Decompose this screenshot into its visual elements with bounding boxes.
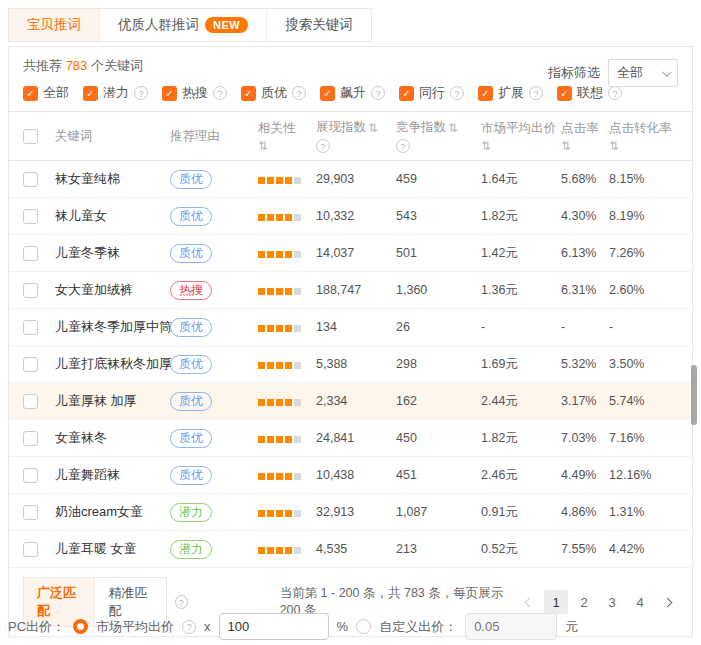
select-all-checkbox[interactable]: [23, 129, 38, 144]
filter-checkbox-item[interactable]: 热搜 ?: [162, 84, 227, 102]
checkbox-checked-icon[interactable]: [320, 86, 335, 101]
checkbox-checked-icon[interactable]: [162, 86, 177, 101]
help-icon[interactable]: ?: [175, 595, 188, 609]
sort-icon[interactable]: ⇅: [258, 140, 268, 152]
chevron-down-icon: [662, 67, 672, 77]
help-icon[interactable]: ?: [292, 86, 306, 100]
impression-cell: 10,438: [316, 468, 396, 482]
relevance-bars: [258, 177, 301, 184]
sort-icon[interactable]: ⇅: [368, 122, 378, 134]
reason-tag: 质优: [170, 207, 212, 226]
checkbox-checked-icon[interactable]: [557, 86, 572, 101]
relevance-bars: [258, 436, 301, 443]
tab-search-keywords[interactable]: 搜索关键词: [266, 9, 371, 41]
row-checkbox[interactable]: [23, 172, 38, 187]
row-checkbox[interactable]: [23, 283, 38, 298]
col-reason: 推荐理由: [170, 128, 220, 145]
avg-bid-cell: 2.46元: [481, 467, 561, 484]
table-row[interactable]: 儿童厚袜 加厚 质优 2,334 162 2.44元 3.17% 5.74%: [9, 383, 692, 420]
row-checkbox[interactable]: [23, 246, 38, 261]
checkbox-checked-icon[interactable]: [478, 86, 493, 101]
row-checkbox[interactable]: [23, 431, 38, 446]
page-button[interactable]: 1: [544, 590, 568, 614]
custom-price-radio[interactable]: [356, 619, 371, 634]
reason-tag: 质优: [170, 392, 212, 411]
table-row[interactable]: 儿童冬季袜 质优 14,037 501 1.42元 6.13% 7.26%: [9, 235, 692, 272]
tab-item-keywords[interactable]: 宝贝推词: [9, 9, 99, 41]
impression-cell: 24,841: [316, 431, 396, 445]
table-row[interactable]: 儿童耳暖 女童 潜力 4,535 213 0.52元 7.55% 4.42%: [9, 531, 692, 568]
prev-page-button[interactable]: [518, 590, 540, 614]
page-button[interactable]: 2: [572, 590, 596, 614]
new-badge: NEW: [205, 17, 248, 33]
metric-filter-select[interactable]: 全部: [608, 59, 678, 87]
tab-label: 优质人群推词: [118, 16, 199, 34]
help-icon[interactable]: ?: [529, 86, 543, 100]
checkbox-checked-icon[interactable]: [83, 86, 98, 101]
sort-icon[interactable]: ⇅: [561, 140, 571, 152]
help-icon[interactable]: ?: [450, 86, 464, 100]
help-icon[interactable]: ?: [371, 86, 385, 100]
checkbox-checked-icon[interactable]: [241, 86, 256, 101]
competition-cell: 451: [396, 468, 481, 482]
cvr-cell: 8.15%: [609, 172, 689, 186]
filter-checkbox-item[interactable]: 同行 ?: [399, 84, 464, 102]
help-icon[interactable]: ?: [134, 86, 148, 100]
competition-cell: 543: [396, 209, 481, 223]
row-checkbox[interactable]: [23, 357, 38, 372]
help-icon[interactable]: ?: [396, 139, 410, 153]
sort-icon[interactable]: ⇅: [448, 122, 458, 134]
row-checkbox[interactable]: [23, 209, 38, 224]
sort-icon[interactable]: ⇅: [609, 140, 619, 152]
row-checkbox[interactable]: [23, 468, 38, 483]
sort-icon[interactable]: ⇅: [481, 140, 491, 152]
table-body: 袜女童纯棉 质优 29,903 459 1.64元 5.68% 8.15% 袜儿…: [9, 161, 692, 568]
table-row[interactable]: 儿童打底袜秋冬加厚 质优 5,388 298 1.69元 5.32% 3.50%: [9, 346, 692, 383]
avg-bid-cell: 1.82元: [481, 208, 561, 225]
table-row[interactable]: 女童袜冬 质优 24,841 450 1.82元 7.03% 7.16%: [9, 420, 692, 457]
filter-checkbox-item[interactable]: 潜力 ?: [83, 84, 148, 102]
reason-tag: 质优: [170, 429, 212, 448]
ctr-cell: 5.68%: [561, 172, 609, 186]
filter-label: 全部: [43, 84, 69, 102]
table-row[interactable]: 儿童舞蹈袜 质优 10,438 451 2.46元 4.49% 12.16%: [9, 457, 692, 494]
impression-cell: 4,535: [316, 542, 396, 556]
reason-tag: 质优: [170, 244, 212, 263]
keyword-cell: 儿童厚袜 加厚: [55, 392, 170, 410]
keyword-cell: 儿童打底袜秋冬加厚: [55, 355, 170, 373]
help-icon[interactable]: ?: [182, 620, 196, 634]
help-icon[interactable]: ?: [213, 86, 227, 100]
filter-checkbox-item[interactable]: 飙升 ?: [320, 84, 385, 102]
table-row[interactable]: 袜儿童女 质优 10,332 543 1.82元 4.30% 8.19%: [9, 198, 692, 235]
table-row[interactable]: 袜女童纯棉 质优 29,903 459 1.64元 5.68% 8.15%: [9, 161, 692, 198]
page-button[interactable]: 4: [628, 590, 652, 614]
row-checkbox[interactable]: [23, 394, 38, 409]
checkbox-checked-icon[interactable]: [23, 86, 38, 101]
metric-filter-label: 指标筛选: [548, 64, 600, 82]
table-row[interactable]: 儿童袜冬季加厚中筒 质优 134 26 - - -: [9, 309, 692, 346]
cvr-cell: 3.50%: [609, 357, 689, 371]
percent-input[interactable]: [219, 613, 329, 640]
custom-price-input[interactable]: [465, 613, 557, 640]
ctr-cell: -: [561, 320, 609, 334]
table-row[interactable]: 奶油cream女童 潜力 32,913 1,087 0.91元 4.86% 1.…: [9, 494, 692, 531]
row-checkbox[interactable]: [23, 505, 38, 520]
filter-checkbox-item[interactable]: 扩展 ?: [478, 84, 543, 102]
competition-cell: 459: [396, 172, 481, 186]
checkbox-checked-icon[interactable]: [399, 86, 414, 101]
row-checkbox[interactable]: [23, 320, 38, 335]
page-button[interactable]: 3: [600, 590, 624, 614]
tab-crowd-keywords[interactable]: 优质人群推词 NEW: [99, 9, 266, 41]
filter-checkbox-item[interactable]: 质优 ?: [241, 84, 306, 102]
cvr-cell: 12.16%: [609, 468, 689, 482]
help-icon[interactable]: ?: [316, 139, 330, 153]
filter-checkbox-item[interactable]: 全部: [23, 84, 69, 102]
summary-suffix: 个关键词: [91, 58, 143, 73]
table-row[interactable]: 女大童加绒裤 热搜 188,747 1,360 1.36元 6.31% 2.60…: [9, 272, 692, 309]
yuan-unit: 元: [565, 618, 578, 636]
vertical-scrollbar-thumb[interactable]: [691, 365, 697, 425]
row-checkbox[interactable]: [23, 542, 38, 557]
help-icon[interactable]: ?: [608, 86, 622, 100]
next-page-button[interactable]: [656, 590, 678, 614]
market-price-radio[interactable]: [73, 619, 88, 634]
